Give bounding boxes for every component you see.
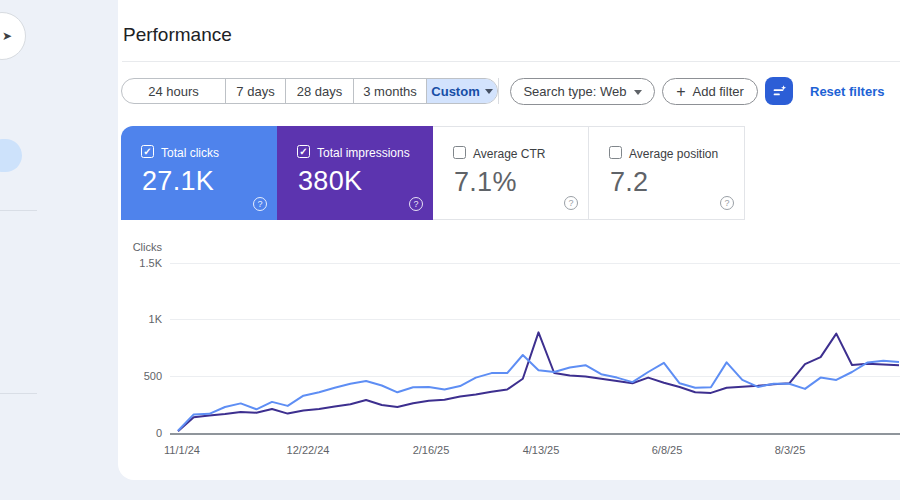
checkbox-unchecked-icon[interactable] <box>453 146 466 159</box>
checkbox-checked-icon[interactable]: ✓ <box>141 145 154 158</box>
card-value: 7.1% <box>454 167 517 198</box>
y-tick-label: 500 <box>118 370 162 382</box>
y-tick-label: 1.5K <box>118 257 162 269</box>
card-label: Average CTR <box>473 147 545 161</box>
property-selector-button[interactable]: ➤ <box>0 12 26 60</box>
line-total-impressions <box>178 332 899 431</box>
gridline-1000 <box>170 319 900 320</box>
range-28-days[interactable]: 28 days <box>286 79 354 103</box>
sidebar-divider <box>0 393 37 394</box>
chart-axis-title: Clicks <box>118 241 162 253</box>
x-tick-label: 4/13/25 <box>523 444 560 456</box>
x-tick-label: 12/22/24 <box>287 444 330 456</box>
total-impressions-card[interactable]: ✓ Total impressions 380K ? <box>277 126 433 220</box>
card-label: Total impressions <box>317 146 410 160</box>
help-icon[interactable]: ? <box>564 196 578 210</box>
active-nav-highlight[interactable] <box>0 139 22 172</box>
gridline-500 <box>170 376 900 377</box>
y-tick-label: 0 <box>118 427 162 439</box>
range-custom[interactable]: Custom <box>427 79 497 103</box>
filter-presets-button[interactable] <box>765 77 793 105</box>
card-value: 7.2 <box>610 167 648 198</box>
reset-filters-link[interactable]: Reset filters <box>810 84 884 99</box>
page-title: Performance <box>123 24 232 46</box>
title-divider <box>122 61 900 62</box>
chevron-down-icon <box>485 89 493 94</box>
filter-sliders-icon <box>772 84 787 99</box>
help-icon[interactable]: ? <box>253 197 267 211</box>
average-position-card[interactable]: Average position 7.2 ? <box>589 126 745 220</box>
search-type-chip[interactable]: Search type: Web <box>510 78 655 105</box>
card-value: 27.1K <box>142 166 214 197</box>
property-icon: ➤ <box>2 29 12 43</box>
checkbox-unchecked-icon[interactable] <box>609 146 622 159</box>
help-icon[interactable]: ? <box>720 196 734 210</box>
chevron-down-icon <box>634 90 642 95</box>
range-7-days[interactable]: 7 days <box>226 79 286 103</box>
card-value: 380K <box>298 166 362 197</box>
date-range-group: 24 hours 7 days 28 days 3 months Custom <box>121 78 498 104</box>
range-3-months[interactable]: 3 months <box>354 79 427 103</box>
y-tick-label: 1K <box>118 313 162 325</box>
line-total-clicks <box>178 355 899 431</box>
x-tick-label: 11/1/24 <box>164 444 200 456</box>
filter-row-divider <box>498 78 499 104</box>
card-label: Average position <box>629 147 718 161</box>
plus-icon: + <box>676 84 685 100</box>
x-tick-label: 2/16/25 <box>413 444 450 456</box>
checkbox-checked-icon[interactable]: ✓ <box>297 145 310 158</box>
metric-cards-row: ✓ Total clicks 27.1K ? ✓ Total impressio… <box>121 126 745 220</box>
gridline-1500 <box>170 263 900 264</box>
x-tick-label: 8/3/25 <box>775 444 806 456</box>
x-axis-baseline <box>170 433 900 435</box>
range-24-hours[interactable]: 24 hours <box>122 79 226 103</box>
card-label: Total clicks <box>161 146 219 160</box>
sidebar-divider <box>0 210 37 211</box>
average-ctr-card[interactable]: Average CTR 7.1% ? <box>433 126 589 220</box>
x-tick-label: 6/8/25 <box>652 444 683 456</box>
chart-lines-svg <box>118 0 900 480</box>
total-clicks-card[interactable]: ✓ Total clicks 27.1K ? <box>121 126 277 220</box>
help-icon[interactable]: ? <box>409 197 423 211</box>
performance-panel: Performance 24 hours 7 days 28 days 3 mo… <box>118 0 900 480</box>
add-filter-chip[interactable]: + Add filter <box>662 78 758 105</box>
